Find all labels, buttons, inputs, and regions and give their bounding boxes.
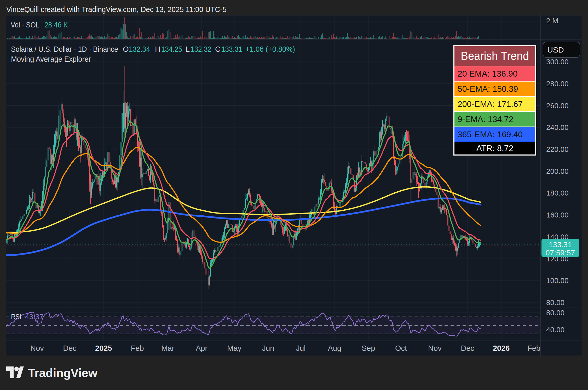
svg-text:TradingView: TradingView <box>28 366 97 380</box>
svg-text:Jul: Jul <box>296 344 305 352</box>
svg-text:Solana / U.S. Dollar · 1D · Bi: Solana / U.S. Dollar · 1D · Binance <box>11 45 118 53</box>
svg-text:160.00: 160.00 <box>546 211 569 219</box>
svg-text:100.00: 100.00 <box>546 277 569 285</box>
svg-text:260.00: 260.00 <box>546 102 569 110</box>
svg-text:2026: 2026 <box>493 344 510 352</box>
svg-text:132.34: 132.34 <box>129 45 150 53</box>
svg-text:Sep: Sep <box>362 344 375 352</box>
svg-text:2025: 2025 <box>95 344 112 352</box>
svg-text:Jun: Jun <box>262 344 274 352</box>
svg-text:133.31: 133.31 <box>221 45 242 53</box>
svg-text:180.00: 180.00 <box>546 189 569 197</box>
svg-text:ATR: 8.72: ATR: 8.72 <box>476 144 514 153</box>
svg-text:280.00: 280.00 <box>546 80 569 88</box>
svg-text:20 EMA: 136.90: 20 EMA: 136.90 <box>458 69 517 78</box>
svg-text:C: C <box>215 45 221 53</box>
svg-text:07:59:57: 07:59:57 <box>546 249 575 257</box>
svg-text:Vol · SOL: Vol · SOL <box>11 21 39 29</box>
svg-text:H: H <box>155 45 160 53</box>
svg-text:May: May <box>227 344 241 352</box>
svg-text:L: L <box>186 45 190 53</box>
svg-text:132.32: 132.32 <box>191 45 211 53</box>
svg-text:+1.06 (+0.80%): +1.06 (+0.80%) <box>245 45 295 53</box>
svg-text:240.00: 240.00 <box>546 123 569 131</box>
svg-text:USD: USD <box>547 45 564 54</box>
svg-text:Feb: Feb <box>527 344 540 352</box>
svg-text:365-EMA: 169.40: 365-EMA: 169.40 <box>458 130 523 139</box>
svg-text:200.00: 200.00 <box>546 167 569 175</box>
svg-text:Nov: Nov <box>30 344 44 352</box>
svg-text:80.00: 80.00 <box>546 309 564 317</box>
svg-text:Moving Average Explorer: Moving Average Explorer <box>11 55 91 63</box>
svg-text:133.31: 133.31 <box>549 240 572 249</box>
svg-text:Mar: Mar <box>161 344 174 352</box>
svg-text:300.00: 300.00 <box>546 58 569 66</box>
svg-text:Feb: Feb <box>131 344 144 352</box>
svg-text:Bearish Trend: Bearish Trend <box>461 49 529 62</box>
svg-text:Apr: Apr <box>196 344 207 352</box>
svg-text:Aug: Aug <box>328 344 341 352</box>
svg-text:Dec: Dec <box>63 344 77 352</box>
svg-text:50-EMA: 150.39: 50-EMA: 150.39 <box>458 84 518 94</box>
svg-text:220.00: 220.00 <box>546 145 569 153</box>
svg-text:134.25: 134.25 <box>161 45 182 53</box>
svg-text:Dec: Dec <box>461 344 474 352</box>
svg-text:O: O <box>123 45 129 53</box>
svg-text:Nov: Nov <box>428 344 442 352</box>
svg-text:2 M: 2 M <box>546 17 558 25</box>
svg-text:43.37: 43.37 <box>25 313 43 321</box>
svg-text:RSI: RSI <box>11 313 21 321</box>
svg-text:200-EMA: 171.67: 200-EMA: 171.67 <box>458 99 523 109</box>
svg-text:VinceQuill created with Tradin: VinceQuill created with TradingView.com,… <box>6 5 227 14</box>
svg-text:Oct: Oct <box>395 344 407 352</box>
svg-text:80.00: 80.00 <box>546 299 564 307</box>
svg-text:28.46 K: 28.46 K <box>44 21 68 29</box>
svg-text:9-EMA: 134.72: 9-EMA: 134.72 <box>458 114 513 124</box>
svg-text:40.00: 40.00 <box>546 326 564 334</box>
